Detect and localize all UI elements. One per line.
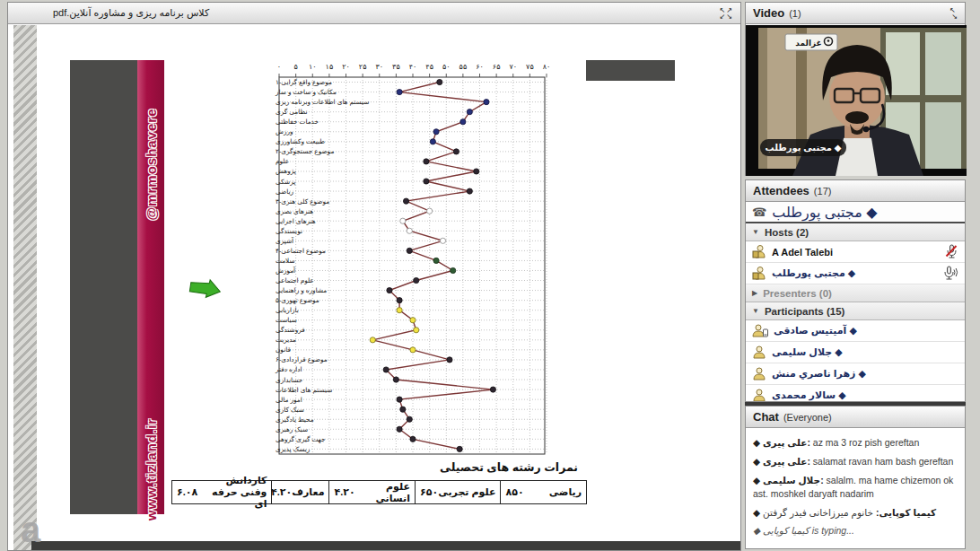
score-cell: علوم تجربی۶۵۰ <box>415 481 501 503</box>
svg-text:۴۵: ۴۵ <box>425 63 433 71</box>
webcam-feed: غزالمد مجتبی پورطلب ◆ <box>746 25 967 176</box>
score-value: ۴.۲۰ <box>334 486 354 498</box>
data-point <box>397 426 402 432</box>
score-value: ۶.۰۸ <box>177 486 197 498</box>
chat-text: خانوم میرزاخانی فیدر گرفتن <box>763 507 873 518</box>
score-cell: علوم انسانی۴.۲۰ <box>328 481 415 503</box>
svg-text:محیط یادگیری: محیط یادگیری <box>276 415 314 424</box>
attendee-name: جلال سلیمی ◆ <box>772 346 843 358</box>
fullscreen-arrows-icon[interactable]: ↖↗↙↘ <box>720 7 733 20</box>
microphone-muted-icon <box>944 244 958 258</box>
attendees-pod: Attendees (17) ☎ مجتبی پورطلب ◆ ▼Hosts (… <box>745 179 966 402</box>
svg-text:علوم اجتماعی: علوم اجتماعی <box>276 276 314 284</box>
score-value: ۶۵۰ <box>420 486 438 498</box>
person-icon <box>752 388 766 402</box>
section-header-hosts[interactable]: ▼Hosts (2) <box>746 223 965 241</box>
video-pod-title: Video <box>753 6 784 20</box>
data-point <box>474 169 479 174</box>
attendee-row[interactable]: سالار محمدی ◆ <box>746 385 965 402</box>
score-label: علوم تجربی <box>438 486 495 498</box>
active-speaker-row[interactable]: ☎ مجتبی پورطلب ◆ <box>746 202 965 223</box>
score-cell: معارف۴.۲۰ <box>271 481 328 503</box>
section-header-participants[interactable]: ▼Participants (15) <box>746 302 965 320</box>
section-header-presenters[interactable]: ▶Presenters (0) <box>746 284 965 302</box>
banner-website-url: www.tizland.ir <box>144 418 159 520</box>
attendee-row[interactable]: جلال سلیمی ◆ <box>746 342 965 363</box>
attendee-row[interactable]: مجتبی پورطلب ◆ <box>746 263 965 284</box>
data-point <box>440 238 445 243</box>
chat-pod-title: Chat <box>753 410 779 424</box>
attendee-name: سالار محمدی ◆ <box>772 389 846 401</box>
svg-text:سیستم های اطلاعات وبرنامه ریزی: سیستم های اطلاعات وبرنامه ریزی <box>276 98 369 106</box>
svg-text:۳۵: ۳۵ <box>392 63 400 71</box>
section-label: Participants (15) <box>765 306 844 317</box>
svg-text:سیاست: سیاست <box>276 316 297 324</box>
svg-text:۲۵: ۲۵ <box>359 63 367 71</box>
data-point <box>490 387 495 392</box>
svg-text:قانون: قانون <box>276 345 291 354</box>
data-point <box>424 159 429 164</box>
svg-text:نظامی گری: نظامی گری <box>276 108 307 116</box>
attendee-name: مجتبی پورطلب ◆ <box>772 267 855 279</box>
data-point <box>424 179 429 184</box>
svg-text:طبیعت وکشاورزی: طبیعت وکشاورزی <box>276 137 325 145</box>
host-person-icon <box>752 244 766 258</box>
chat-sender: ◆ جلال سلیمی: <box>753 475 824 485</box>
svg-text:علوم: علوم <box>276 157 289 165</box>
svg-text:ریسک پذیری: ریسک پذیری <box>276 445 311 453</box>
score-label: کاردانش وفنی حرفه ای <box>197 475 267 510</box>
svg-text:امور مالی: امور مالی <box>276 396 302 404</box>
attendees-pod-count: (17) <box>814 186 832 197</box>
page-dark-block-left <box>70 60 137 514</box>
host-person-icon <box>752 266 766 280</box>
document-titlebar: کلاس برنامه ریزی و مشاوره آنلاین.pdf ↖↗↙… <box>8 3 740 24</box>
svg-text:موضوع قراردادی-۶: موضوع قراردادی-۶ <box>276 355 328 363</box>
svg-text:۳۰: ۳۰ <box>375 63 383 71</box>
svg-text:آموزش: آموزش <box>276 267 296 275</box>
svg-text:جهت گیری گروهی: جهت گیری گروهی <box>276 435 325 443</box>
page-dark-block-topright <box>586 60 675 81</box>
svg-text:هنرهای اجرایی: هنرهای اجرایی <box>276 217 316 225</box>
attendee-row[interactable]: آمیتیس صادقی ◆ <box>746 320 965 342</box>
svg-text:اداره دفتر: اداره دفتر <box>275 365 302 373</box>
attendee-sections: ▼Hosts (2)A Adel Talebiمجتبی پورطلب ◆▶Pr… <box>746 223 965 402</box>
svg-text:موضوع واقع گرایی-۱: موضوع واقع گرایی-۱ <box>276 78 332 86</box>
active-speaker-name: مجتبی پورطلب ◆ <box>772 204 877 221</box>
attendee-row[interactable]: A Adel Talebi <box>746 241 965 263</box>
data-point <box>397 298 402 303</box>
data-point <box>403 198 408 204</box>
svg-text:۱۵: ۱۵ <box>326 63 334 71</box>
svg-text:۰: ۰ <box>277 63 281 71</box>
video-frame: غزالمد مجتبی پورطلب ◆ <box>746 25 965 175</box>
right-sidebar: Video (1) ↖ ↘ <box>743 0 980 551</box>
section-label: Presenters (0) <box>763 288 832 299</box>
person-mobile-icon <box>752 323 768 337</box>
svg-text:سبک رهبری: سبک رهبری <box>276 425 308 433</box>
chat-text: az ma 3 roz pish gereftan <box>813 437 919 448</box>
chat-sender: ◆ علی پیری: <box>753 437 810 448</box>
microphone-active-icon <box>942 266 958 280</box>
typing-indicator: ◆ کیمیا کوپایی is typing... <box>753 525 958 536</box>
svg-text:۲۰: ۲۰ <box>342 63 350 71</box>
chat-message: ◆ علی پیری: az ma 3 roz pish gereftan <box>753 436 958 449</box>
data-point <box>414 277 419 283</box>
svg-text:ورزش: ورزش <box>276 127 293 136</box>
chat-pod-header: Chat (Everyone) <box>746 407 965 428</box>
data-point <box>433 258 439 263</box>
score-label: معارف <box>292 486 324 498</box>
attendees-pod-title: Attendees <box>753 184 809 197</box>
data-point <box>407 228 412 233</box>
video-pod-header: Video (1) ↖ ↘ <box>746 3 965 24</box>
data-point <box>447 357 452 363</box>
svg-text:غزالمد: غزالمد <box>795 39 821 48</box>
data-point <box>484 100 489 105</box>
svg-text:مجتبی پورطلب ◆: مجتبی پورطلب ◆ <box>766 143 842 153</box>
data-point <box>410 318 416 323</box>
svg-text:مشاوره و راهنمایی: مشاوره و راهنمایی <box>276 286 327 294</box>
chat-pod-scope: (Everyone) <box>783 412 832 423</box>
chat-message: ◆ کیمیا کوپایی: خانوم میرزاخانی فیدر گرف… <box>753 506 958 519</box>
attendee-row[interactable]: زهرا ناصري منش ◆ <box>746 363 965 385</box>
telephone-icon: ☎ <box>752 206 766 219</box>
pod-resize-icon[interactable]: ↖ ↘ <box>949 7 958 20</box>
data-point <box>427 208 433 214</box>
